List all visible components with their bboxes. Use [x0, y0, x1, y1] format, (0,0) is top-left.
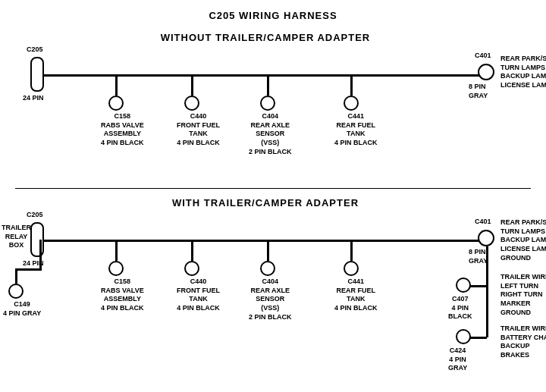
c205-bot-connector — [30, 222, 44, 257]
c440-top-connector — [184, 96, 199, 111]
c158-top-vline — [115, 74, 118, 96]
c158-bot-connector — [108, 261, 124, 276]
c404-bot-connector — [260, 261, 275, 276]
section1-label: WITHOUT TRAILER/CAMPER ADAPTER — [114, 32, 417, 43]
trailer-relay-hline — [15, 268, 42, 271]
right-vline-bot — [486, 246, 488, 337]
c407-connector — [456, 278, 471, 293]
c205-top-connector — [30, 57, 44, 92]
c401-top-right-label: REAR PARK/STOPTURN LAMPSBACKUP LAMPSLICE… — [500, 55, 546, 90]
trailer-relay-label: TRAILERRELAYBOX — [2, 224, 31, 250]
c149-vline — [15, 268, 17, 284]
c440-bot-vline — [191, 240, 193, 261]
bot-main-hline — [42, 240, 489, 242]
c401-top-connector — [478, 64, 494, 80]
c424-connector — [456, 329, 471, 344]
c404-top-connector — [260, 96, 275, 111]
c404-bot-vline — [267, 240, 269, 261]
c407-right-label: TRAILER WIRESLEFT TURNRIGHT TURNMARKERGR… — [500, 273, 546, 317]
c424-label: C4244 PINGRAY — [448, 347, 467, 373]
c401-bot-right-label: REAR PARK/STOPTURN LAMPSBACKUP LAMPSLICE… — [500, 218, 546, 262]
c158-top-label: C158RABS VALVEASSEMBLY4 PIN BLACK — [101, 112, 144, 148]
c424-right-label: TRAILER WIRESBATTERY CHARGEBACKUPBRAKES — [500, 325, 546, 360]
c441-bot-label: C441REAR FUELTANK4 PIN BLACK — [334, 278, 378, 313]
c205-bot-label: C205 — [27, 211, 43, 220]
c404-top-vline — [267, 74, 269, 96]
c404-bot-label: C404REAR AXLESENSOR(VSS)2 PIN BLACK — [249, 278, 292, 321]
section-divider — [15, 188, 531, 189]
top-main-hline — [42, 74, 489, 77]
c158-bot-vline — [115, 240, 118, 261]
c205-top-label: C205 — [27, 45, 43, 55]
section2-label: WITH TRAILER/CAMPER ADAPTER — [114, 197, 417, 209]
trailer-relay-vline1 — [39, 240, 42, 268]
c440-bot-label: C440FRONT FUELTANK4 PIN BLACK — [177, 278, 220, 313]
c407-label: C4074 PINBLACK — [448, 295, 472, 321]
c401-top-sublabel: 8 PINGRAY — [469, 83, 488, 100]
c440-top-label: C440FRONT FUELTANK4 PIN BLACK — [177, 112, 220, 148]
c205-top-sublabel: 24 PIN — [23, 94, 44, 103]
c440-bot-connector — [184, 261, 199, 276]
c441-bot-connector — [344, 261, 359, 276]
wiring-diagram: C205 WIRING HARNESS WITHOUT TRAILER/CAMP… — [0, 0, 546, 379]
page-title: C205 WIRING HARNESS — [0, 4, 546, 21]
c401-top-label: C401 — [475, 52, 491, 61]
c424-hline — [470, 337, 487, 339]
c401-bot-connector — [478, 230, 494, 246]
c149-connector — [8, 284, 24, 299]
c401-bot-label: C401 — [475, 218, 491, 227]
c441-bot-vline — [350, 240, 353, 261]
c441-top-vline — [350, 74, 353, 96]
c158-top-connector — [108, 96, 124, 111]
c440-top-vline — [191, 74, 193, 96]
c149-label: C1494 PIN GRAY — [3, 300, 41, 318]
c441-top-label: C441REAR FUELTANK4 PIN BLACK — [334, 112, 378, 148]
c404-top-label: C404REAR AXLESENSOR(VSS)2 PIN BLACK — [249, 112, 292, 156]
c401-bot-sublabel: 8 PINGRAY — [469, 248, 488, 265]
c407-hline — [470, 285, 487, 287]
c441-top-connector — [344, 96, 359, 111]
c158-bot-label: C158RABS VALVEASSEMBLY4 PIN BLACK — [101, 278, 144, 313]
